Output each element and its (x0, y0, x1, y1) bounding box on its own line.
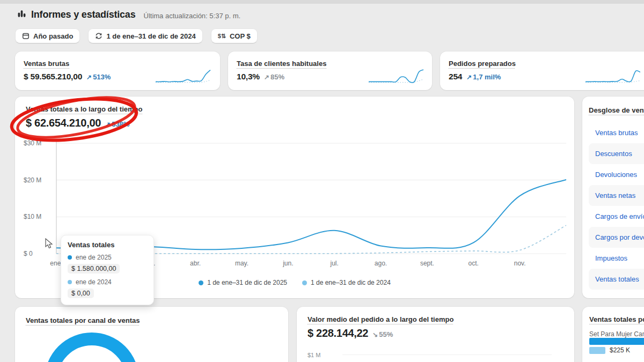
down-arrow-icon: ↘ (372, 331, 378, 338)
kpi-delta: ↗1,7 mil% (466, 73, 501, 81)
currency-label: COP $ (230, 32, 251, 40)
kpi-title-link[interactable]: Pedidos preparados (449, 60, 516, 68)
tooltip-title: Ventas totales (68, 241, 147, 249)
up-arrow-icon: ↗ (466, 73, 472, 81)
kpi-delta: ↗513% (86, 73, 111, 81)
aov-y-tick: $1 M (308, 352, 320, 358)
legend-item-2024: 1 de ene–31 de dic de 2024 (302, 279, 391, 286)
kpi-card-fulfilled-orders: Pedidos preparados 254 ↗1,7 mil% (440, 51, 644, 90)
reports-dashboard: Informes y estadísticas Última actualiza… (0, 0, 644, 362)
sparkline-chart (583, 66, 642, 85)
sales-breakdown-card: Desglose de ventas Ventas brutas Descuen… (582, 97, 644, 298)
legend-dot-2025 (199, 280, 203, 285)
sparkline-chart (153, 66, 213, 85)
breakdown-title-link[interactable]: Desglose de ventas (589, 106, 644, 114)
period-filter-button[interactable]: Año pasado (15, 28, 80, 43)
legend-dot-2024 (302, 280, 307, 285)
series-dot-icon (68, 255, 72, 260)
breakdown-item-ventas-totales[interactable]: Ventas totales (589, 269, 644, 290)
currency-convert-icon: $⇅ (218, 33, 226, 40)
kpi-value: 10,3% (237, 72, 260, 82)
y-axis-tick: $10 M (24, 213, 41, 220)
tooltip-value-2024: $ 0,00 (68, 289, 94, 298)
last-updated-text: Última actualización: 5:37 p. m. (144, 10, 241, 20)
up-arrow-icon: ↗ (86, 73, 92, 81)
legend-label: 1 de ene–31 de dic de 2025 (207, 279, 287, 286)
x-axis-tick: jun. (283, 260, 293, 267)
kpi-value: $ 59.565.210,00 (24, 72, 82, 82)
x-axis-tick: nov. (514, 260, 526, 267)
y-axis-tick: $30 M (24, 139, 41, 147)
breakdown-item-cargos-envio[interactable]: Cargos de envío (589, 206, 644, 227)
tooltip-date: ene de 2024 (76, 278, 112, 286)
kpi-value: 254 (449, 72, 462, 82)
average-order-value-card: Valor medio del pedido a lo largo del ti… (297, 307, 574, 362)
up-arrow-icon: ↗ (264, 73, 269, 81)
x-axis-tick: may. (235, 260, 248, 267)
kpi-card-gross-sales: Ventas brutas $ 59.565.210,00 ↗513% (15, 51, 220, 90)
breakdown-item-descuentos[interactable]: Descuentos (589, 143, 644, 164)
x-axis-tick: abr. (190, 260, 201, 267)
x-axis-tick: ago. (375, 260, 387, 267)
bar-chart-icon (17, 9, 26, 20)
sales-by-product-card: Ventas totales por producto Set Para Muj… (582, 307, 644, 362)
date-range-button[interactable]: 1 de ene–31 de dic de 2024 (88, 28, 202, 43)
chart-tooltip: Ventas totales ene de 2025 $ 1.580.000,0… (61, 235, 154, 305)
top-edge-strip (0, 0, 644, 4)
breakdown-item-cargos-devolucion[interactable]: Cargos por devolución (589, 227, 644, 248)
x-axis-tick: jul. (331, 260, 339, 267)
aov-value: $ 228.144,22 (308, 327, 368, 339)
product-bar-comparison (589, 347, 605, 354)
tooltip-date: ene de 2025 (76, 254, 112, 261)
product-comparison-value: $225 K (610, 346, 630, 354)
breakdown-item-impuestos[interactable]: Impuestos (589, 248, 644, 269)
kpi-card-returning-rate: Tasa de clientes habituales 10,3% ↗85% (228, 51, 432, 90)
tooltip-row-2025: ene de 2025 (68, 254, 147, 261)
product-bar-current (589, 338, 644, 345)
y-axis-tick: $ 0 (24, 250, 33, 257)
x-axis-tick: sept. (420, 260, 434, 267)
calendar-icon (22, 32, 30, 40)
kpi-delta: ↗85% (264, 73, 284, 81)
series-dot-icon (68, 280, 72, 284)
aov-delta: ↘55% (372, 330, 393, 338)
aov-title-link[interactable]: Valor medio del pedido a lo largo del ti… (308, 315, 453, 323)
y-axis-tick: $20 M (24, 176, 41, 184)
breakdown-item-ventas-netas[interactable]: Ventas netas (589, 185, 644, 206)
sales-by-channel-card: Ventas totales por canal de ventas (15, 307, 288, 362)
aov-gridline (342, 354, 552, 355)
currency-button[interactable]: $⇅ COP $ (211, 28, 258, 43)
date-range-label: 1 de ene–31 de dic de 2024 (106, 32, 195, 40)
channel-title-link[interactable]: Ventas totales por canal de ventas (26, 316, 140, 324)
kpi-title-link[interactable]: Tasa de clientes habituales (237, 60, 326, 68)
kpi-title-link[interactable]: Ventas brutas (24, 60, 69, 68)
sparkline-chart (367, 66, 426, 85)
breakdown-list: Ventas brutas Descuentos Devoluciones Ve… (589, 122, 644, 290)
legend-item-2025: 1 de ene–31 de dic de 2025 (199, 279, 287, 286)
calendar-compare-icon (95, 32, 103, 40)
tooltip-value-2025: $ 1.580.000,00 (68, 264, 120, 274)
product-title-link[interactable]: Ventas totales por producto (589, 315, 644, 323)
tooltip-row-2024: ene de 2024 (68, 278, 147, 286)
legend-label: 1 de ene–31 de dic de 2024 (311, 279, 391, 286)
x-axis-tick: oct. (469, 260, 479, 267)
period-filter-label: Año pasado (33, 32, 73, 40)
total-sales-over-time-card: Ventas totales a lo largo del tiempo $ 6… (15, 97, 574, 298)
breakdown-item-ventas-brutas[interactable]: Ventas brutas (589, 122, 644, 143)
product-name-label: Set Para Mujer Cam (589, 330, 644, 338)
channel-donut-chart (45, 333, 139, 362)
filter-bar: Año pasado 1 de ene–31 de dic de 2024 $⇅… (15, 28, 258, 43)
breakdown-item-devoluciones[interactable]: Devoluciones (589, 164, 644, 185)
page-header: Informes y estadísticas Última actualiza… (17, 9, 240, 20)
page-title: Informes y estadísticas (31, 9, 136, 20)
